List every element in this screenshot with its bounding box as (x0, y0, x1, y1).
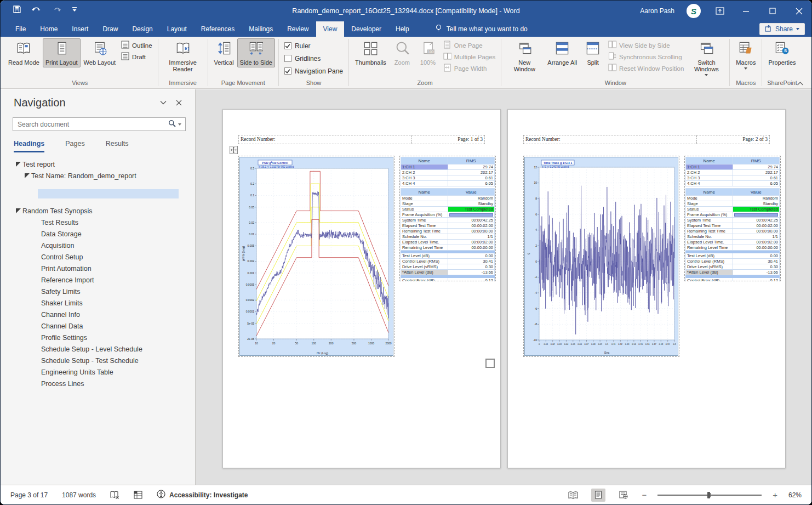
object-resize-handle[interactable] (485, 359, 495, 368)
word-count[interactable]: 1087 words (62, 491, 96, 499)
nav-heading-test-results[interactable]: Test Results (1, 217, 195, 228)
collapse-triangle-icon[interactable] (14, 208, 22, 213)
print-layout-button[interactable]: Print Layout (43, 38, 81, 67)
tab-references[interactable]: References (194, 21, 242, 37)
nav-heading-test-name-random-demo-report[interactable]: Test Name: Random_demo_report (1, 170, 195, 181)
tab-layout[interactable]: Layout (160, 21, 194, 37)
save-icon[interactable] (13, 5, 21, 14)
thumbnails-button[interactable]: Thumbnails (352, 38, 389, 67)
macro-record-icon[interactable] (134, 491, 142, 499)
nav-heading-random-test-synopsis[interactable]: Random Test Synopsis (1, 205, 195, 217)
button-label: Outline (132, 42, 152, 49)
nav-heading-print-automation[interactable]: Print Automation (1, 263, 195, 274)
zoom-out-button[interactable]: − (642, 490, 647, 500)
arrange-all-button[interactable]: Arrange All (545, 38, 580, 67)
nav-heading-reference-import[interactable]: Reference Import (1, 274, 195, 286)
side-to-side-button[interactable]: Side to Side (237, 38, 275, 67)
page-indicator[interactable]: Page 3 of 17 (10, 491, 48, 499)
accessibility-status[interactable]: Accessibility: Investigate (157, 490, 248, 500)
nav-heading-schedule-setup-test-schedule[interactable]: Schedule Setup - Test Schedule (1, 355, 195, 366)
vertical-button[interactable]: Vertical (211, 38, 237, 67)
tab-draw[interactable]: Draw (95, 21, 125, 37)
minimize-icon[interactable] (739, 4, 753, 18)
redo-icon[interactable] (53, 5, 62, 14)
read-mode-icon[interactable] (566, 489, 580, 502)
account-user-name[interactable]: Aaron Pash (640, 7, 674, 15)
nav-heading-data-storage[interactable]: Data Storage (1, 228, 195, 240)
psd-chart-object[interactable]: 102050100200500100020000.50.20.10.050.02… (238, 156, 394, 357)
close-icon[interactable] (792, 4, 806, 18)
nav-heading-selected[interactable] (38, 189, 179, 198)
immersive-reader-button[interactable]: Immersive Reader (162, 38, 204, 74)
qat-customize-icon[interactable] (72, 6, 77, 13)
page-header: Record Number: Page: 2 of 3 (523, 135, 770, 144)
properties-button[interactable]: SProperties (765, 38, 798, 67)
tell-me-box[interactable]: Tell me what you want to do (435, 21, 528, 37)
macros-button[interactable]: Macros (733, 38, 758, 71)
gridlines-checkbox[interactable]: Gridlines (284, 53, 343, 64)
nav-heading-acquisition[interactable]: Acquisition (1, 240, 195, 251)
document-page-2[interactable]: Record Number: Page: 2 of 3 00.010.020.0… (507, 109, 786, 468)
navigation-pane-checkbox[interactable]: Navigation Pane (284, 66, 343, 76)
nav-heading-engineering-units-table[interactable]: Engineering Units Table (1, 366, 195, 378)
share-button[interactable]: Share (759, 23, 805, 35)
close-icon[interactable] (171, 96, 186, 109)
instrument-table-object[interactable]: NameRMS1:CH 129.742:CH 2202.173:CH 30.61… (684, 156, 781, 281)
svg-text:Hz (Log): Hz (Log) (317, 351, 328, 355)
nav-heading-shaker-limits[interactable]: Shaker Limits (1, 297, 195, 309)
nav-tab-headings[interactable]: Headings (14, 140, 44, 152)
nav-tab-pages[interactable]: Pages (65, 140, 84, 152)
nav-heading-profile-settings[interactable]: Profile Settings (1, 332, 195, 343)
ruler-checkbox[interactable]: Ruler (284, 41, 343, 51)
time-trace-chart-object[interactable]: 00.010.020.030.040.050.060.070.080.090.1… (523, 156, 679, 357)
object-move-handle[interactable] (230, 146, 238, 154)
tab-help[interactable]: Help (388, 21, 416, 37)
zoom-slider-thumb[interactable] (707, 492, 710, 498)
instrument-table-object[interactable]: NameRMS1:CH 129.742:CH 2202.173:CH 30.61… (399, 156, 496, 281)
tab-insert[interactable]: Insert (65, 21, 95, 37)
nav-heading-channel-info[interactable]: Channel Info (1, 309, 195, 320)
collapse-triangle-icon[interactable] (14, 162, 22, 167)
undo-icon[interactable] (31, 5, 43, 14)
web-layout-icon[interactable] (616, 489, 631, 502)
collapse-triangle-icon[interactable] (22, 173, 31, 178)
zoom-percentage[interactable]: 62% (788, 491, 802, 499)
tab-developer[interactable]: Developer (344, 21, 388, 37)
nav-tab-results[interactable]: Results (106, 140, 129, 152)
split-button[interactable]: Split (580, 38, 605, 67)
print-layout-icon[interactable] (591, 489, 605, 502)
proofing-error-icon[interactable] (110, 491, 119, 499)
button-label: Arrange All (547, 59, 577, 66)
new-window-button[interactable]: New Window (505, 38, 544, 74)
draft-button[interactable]: Draft (121, 52, 152, 61)
svg-text:0.03: 0.03 (557, 343, 562, 345)
tab-file[interactable]: File (8, 21, 33, 37)
nav-heading-control-setup[interactable]: Control Setup (1, 251, 195, 263)
outline-button[interactable]: Outline (121, 41, 152, 50)
avatar[interactable]: S (687, 4, 701, 18)
search-input[interactable] (13, 121, 168, 128)
chevron-down-icon[interactable] (156, 96, 171, 109)
nav-heading-safety-limits[interactable]: Safety Limits (1, 286, 195, 297)
collapse-ribbon-icon[interactable] (797, 78, 804, 88)
maximize-icon[interactable] (765, 4, 780, 18)
ribbon-display-options-icon[interactable] (713, 4, 727, 18)
zoom-in-button[interactable]: + (773, 490, 777, 500)
switch-windows-button[interactable]: Switch Windows (687, 38, 726, 78)
nav-heading-schedule-setup-level-schedule[interactable]: Schedule Setup - Level Schedule (1, 343, 195, 355)
tab-mailings[interactable]: Mailings (242, 21, 280, 37)
tab-home[interactable]: Home (33, 21, 65, 37)
tab-review[interactable]: Review (280, 21, 316, 37)
read-mode-button[interactable]: Read Mode (5, 38, 42, 67)
svg-text:12: 12 (534, 166, 537, 169)
nav-heading-process-lines[interactable]: Process Lines (1, 378, 195, 389)
web-layout-button[interactable]: Web Layout (81, 38, 119, 67)
tab-view[interactable]: View (316, 21, 345, 37)
chevron-down-icon[interactable] (178, 123, 181, 126)
tab-design[interactable]: Design (125, 21, 159, 37)
zoom-slider[interactable] (657, 491, 762, 499)
nav-heading-channel-data[interactable]: Channel Data (1, 320, 195, 332)
nav-heading-test-report[interactable]: Test report (1, 158, 195, 170)
document-page-1[interactable]: Record Number: Page: 1 of 3 102050100200… (222, 109, 501, 468)
search-icon[interactable] (168, 120, 176, 129)
